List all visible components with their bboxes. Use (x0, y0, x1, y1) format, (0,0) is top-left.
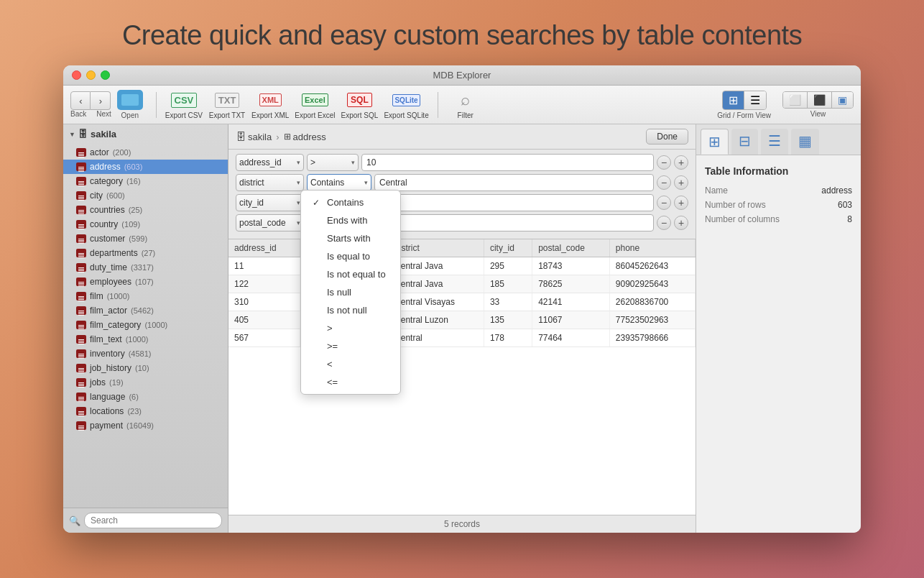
sidebar-item-customer[interactable]: customer (599) (63, 231, 228, 246)
sidebar-item-inventory[interactable]: inventory (4581) (63, 347, 228, 361)
cell: 295 (484, 257, 532, 275)
table-count: (600) (106, 191, 125, 200)
list-view-button[interactable]: ☰ (744, 91, 766, 109)
table-icon (76, 277, 86, 286)
sidebar-item-address[interactable]: address (603) (63, 160, 228, 174)
tab-grid[interactable]: ⊞ (701, 129, 729, 155)
table-icon (76, 349, 86, 358)
grid-view-button[interactable]: ⊞ (723, 91, 744, 109)
dropdown-item-not-null[interactable]: Is not null (301, 301, 400, 319)
tab-cols[interactable]: ⊟ (731, 129, 758, 155)
filter-op-1[interactable]: > ▾ (307, 154, 359, 171)
col-phone[interactable]: phone (609, 239, 695, 257)
table-icon (76, 306, 86, 315)
dropdown-item-contains[interactable]: ✓Contains (301, 193, 400, 211)
export-sqlite-button[interactable]: SQLite Export SQLite (384, 90, 428, 119)
minimize-button[interactable] (86, 70, 96, 80)
sidebar-item-category[interactable]: category (16) (63, 174, 228, 188)
filter-value-4[interactable] (374, 214, 654, 231)
dropdown-item-lte[interactable]: <= (301, 373, 400, 391)
view-btn-2[interactable]: ⬛ (807, 92, 831, 108)
db-icon-crumb: 🗄 (236, 131, 246, 142)
table-icon (76, 177, 86, 185)
col-postal-code[interactable]: postal_code (532, 239, 610, 257)
dropdown-menu: ✓Contains Ends with Starts with Is equal… (300, 190, 401, 395)
sidebar-item-actor[interactable]: actor (200) (63, 145, 228, 160)
sidebar-item-employees[interactable]: employees (107) (63, 275, 228, 289)
sidebar-item-film-text[interactable]: film_text (1000) (63, 332, 228, 347)
close-button[interactable] (72, 70, 81, 80)
filter-field-3[interactable]: city_id ▾ (236, 194, 304, 211)
sidebar-db-header[interactable]: ▼ 🗄 sakila (63, 124, 228, 144)
sidebar-item-locations[interactable]: locations (23) (63, 404, 228, 418)
dropdown-item-not-equal[interactable]: Is not equal to (301, 265, 400, 283)
view-btn-3[interactable]: ▣ (831, 92, 853, 108)
filter-op-2[interactable]: Contains ▾ (307, 174, 371, 191)
dropdown-item-lt[interactable]: < (301, 355, 400, 373)
filter-value-1[interactable] (361, 154, 654, 171)
table-count: (1000) (126, 335, 149, 344)
view-btn-1[interactable]: ⬜ (783, 92, 807, 108)
export-csv-button[interactable]: CSV Export CSV (165, 90, 203, 119)
cell: 26208836700 (609, 293, 695, 311)
filter-add-4[interactable]: + (674, 216, 688, 230)
triangle-icon: ▼ (69, 131, 75, 138)
table-icon (76, 148, 86, 157)
filter-value-3[interactable] (377, 194, 654, 211)
export-excel-button[interactable]: Excel Export Excel (295, 90, 335, 119)
filter-add-2[interactable]: + (674, 175, 688, 190)
dropdown-item-gte[interactable]: >= (301, 337, 400, 355)
export-txt-button[interactable]: TXT Export TXT (208, 90, 246, 119)
table-count: (1000) (144, 321, 167, 329)
headline: Create quick and easy custom searches by… (0, 0, 924, 65)
col-address-id[interactable]: address_id (228, 239, 300, 257)
sidebar-item-duty-time[interactable]: duty_time (3317) (63, 260, 228, 275)
filter-remove-2[interactable]: − (657, 175, 671, 190)
dropdown-item-null[interactable]: Is null (301, 283, 400, 301)
filter-remove-4[interactable]: − (657, 216, 671, 230)
filter-add-1[interactable]: + (674, 155, 688, 170)
tab-list[interactable]: ☰ (761, 129, 788, 155)
filter-value-2[interactable] (374, 174, 654, 191)
table-name-crumb: address (293, 132, 326, 142)
back-button[interactable]: ‹ (70, 91, 91, 110)
table-icon (76, 249, 86, 257)
sidebar-item-film-category[interactable]: film_category (1000) (63, 318, 228, 332)
dropdown-item-starts-with[interactable]: Starts with (301, 229, 400, 247)
filter-add-3[interactable]: + (674, 196, 688, 210)
maximize-button[interactable] (101, 70, 110, 80)
table-name: country (90, 219, 118, 229)
filter-field-4[interactable]: postal_code ▾ (236, 214, 304, 231)
export-sql-button[interactable]: SQL Export SQL (341, 90, 378, 119)
sidebar-item-jobs[interactable]: jobs (19) (63, 375, 228, 390)
sidebar-item-countries[interactable]: countries (25) (63, 203, 228, 217)
col-district[interactable]: district (389, 239, 484, 257)
sidebar-item-language[interactable]: language (6) (63, 390, 228, 404)
next-button[interactable]: › (91, 91, 111, 110)
table-icon-crumb: ⊞ (284, 132, 291, 142)
dropdown-item-ends-with[interactable]: Ends with (301, 211, 400, 229)
sidebar-item-city[interactable]: city (600) (63, 188, 228, 203)
filter-remove-3[interactable]: − (657, 196, 671, 210)
sidebar-item-job-history[interactable]: job_history (10) (63, 361, 228, 375)
window-title: MDB Explorer (433, 70, 491, 81)
sidebar-item-film-actor[interactable]: film_actor (5462) (63, 303, 228, 318)
filter-field-2[interactable]: district ▾ (236, 174, 304, 191)
filter-remove-1[interactable]: − (657, 155, 671, 170)
sidebar-item-country[interactable]: country (109) (63, 217, 228, 231)
sidebar-item-departments[interactable]: departments (27) (63, 246, 228, 260)
done-button[interactable]: Done (646, 129, 688, 144)
sidebar-item-payment[interactable]: payment (16049) (63, 418, 228, 433)
tab-chart[interactable]: ▦ (791, 129, 819, 155)
filter-button[interactable]: ⌕ Filter (447, 90, 484, 119)
col-city-id[interactable]: city_id (484, 239, 532, 257)
info-rows-value: 603 (838, 200, 852, 210)
filter-field-1[interactable]: address_id ▾ (236, 154, 304, 171)
dropdown-item-gt[interactable]: > (301, 319, 400, 337)
sidebar-search-input[interactable] (84, 513, 222, 528)
export-xml-button[interactable]: XML Export XML (251, 90, 289, 119)
cell: 11067 (532, 311, 610, 329)
open-button[interactable] (117, 90, 143, 110)
sidebar-item-film[interactable]: film (1000) (63, 289, 228, 303)
dropdown-item-equal[interactable]: Is equal to (301, 247, 400, 265)
